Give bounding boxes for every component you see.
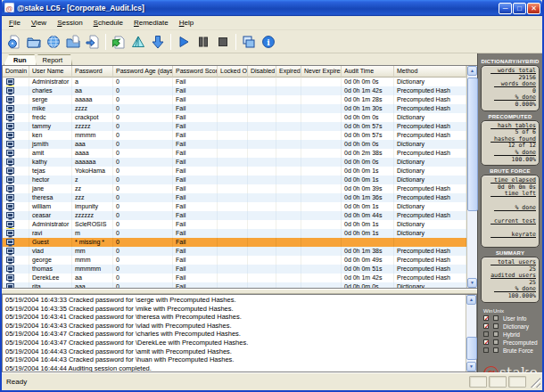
table-row[interactable]: amitaaaa0Fail0d 0h 2m 38sPrecomputed Has… xyxy=(3,149,466,158)
log-scrollbar[interactable]: ▲ ▼ xyxy=(466,295,476,372)
table-row[interactable]: vladmm0Fail0d 0h 1m 38sPrecomputed Hash xyxy=(3,247,466,256)
cell-user-name: mike xyxy=(29,104,72,113)
table-row[interactable]: tammyzzzzz0Fail0d 0h 0m 57sPrecomputed H… xyxy=(3,122,466,131)
session-options-icon[interactable] xyxy=(128,32,148,52)
unix-checkbox-precomputed[interactable] xyxy=(493,339,499,345)
table-row[interactable]: mikezzzz0Fail0d 0h 1m 30sPrecomputed Has… xyxy=(3,104,466,113)
unix-checkbox-hybrid[interactable] xyxy=(493,331,499,337)
menu-view[interactable]: View xyxy=(26,18,52,28)
import-hashes-icon[interactable] xyxy=(148,32,168,52)
new-session-icon[interactable] xyxy=(4,32,24,52)
computer-icon xyxy=(6,87,14,95)
cell-method: Dictionary xyxy=(394,282,466,288)
scroll-thumb[interactable] xyxy=(467,78,478,211)
column-header-domain[interactable]: Domain xyxy=(3,66,29,78)
table-row[interactable]: AdministratorScleROSIS0Fail0d 0h 0m 1sDi… xyxy=(3,220,466,229)
remediate-icon[interactable] xyxy=(239,32,259,52)
log-scroll-thumb[interactable] xyxy=(466,337,477,360)
column-header-audit-time[interactable]: Audit Time xyxy=(342,66,394,78)
table-row[interactable]: georgemmm0Fail0d 0h 0m 49sPrecomputed Ha… xyxy=(3,256,466,265)
svg-text:@: @ xyxy=(6,4,13,12)
cell-method: Dictionary xyxy=(394,158,466,167)
menu-remediate[interactable]: Remediate xyxy=(128,18,174,28)
table-row[interactable]: ritaaaa0Fail0d 0h 0m 0sDictionary xyxy=(3,282,466,288)
menu-file[interactable]: File xyxy=(4,18,26,28)
table-row[interactable]: Guest* missing *0Fail xyxy=(3,238,466,247)
minimize-button[interactable]: ─ xyxy=(499,3,512,14)
table-row[interactable]: kenmmmm0Fail0d 0h 0m 57sPrecomputed Hash xyxy=(3,131,466,140)
app-icon: @ xyxy=(4,0,14,16)
column-header-expired[interactable]: Expired xyxy=(276,66,301,78)
table-row[interactable]: fredccrackpot0Fail0d 0h 0m 0sDictionary xyxy=(3,113,466,122)
stop-audit-icon[interactable] xyxy=(213,32,233,52)
tab-run[interactable]: Run xyxy=(4,54,37,65)
table-row[interactable]: janezz0Fail0d 0h 0m 39sPrecomputed Hash xyxy=(3,184,466,193)
table-row[interactable]: kathyaaaaaa0Fail0d 0h 0m 0sDictionary xyxy=(3,158,466,167)
unix-checkbox-user-info[interactable] xyxy=(493,315,499,321)
table-row[interactable]: ceasarzzzzzz0Fail0d 0h 0m 44sPrecomputed… xyxy=(3,211,466,220)
import-file-icon[interactable] xyxy=(63,32,83,52)
column-header-password-score[interactable]: Password Score xyxy=(173,66,218,78)
cell-disabled xyxy=(248,122,276,131)
scroll-down-icon[interactable]: ▼ xyxy=(467,278,477,288)
import-remote-icon[interactable] xyxy=(44,32,63,52)
column-header-user-name[interactable]: User Name xyxy=(29,66,72,78)
cell-never-expires xyxy=(301,247,342,256)
column-header-password[interactable]: Password xyxy=(72,66,113,78)
scroll-up-icon[interactable]: ▲ xyxy=(467,66,477,76)
scroll-track[interactable] xyxy=(467,76,477,278)
close-button[interactable]: ✕ xyxy=(527,3,540,14)
win-checkbox-dictionary[interactable]: ✓ xyxy=(483,323,489,329)
panel-title-summary: SUMMARY xyxy=(480,250,540,256)
cell-expired xyxy=(276,238,301,247)
table-row[interactable]: hectorz0Fail0d 0h 0m 1sDictionary xyxy=(3,176,466,184)
table-row[interactable]: sergeaaaaa0Fail0d 0h 1m 28sPrecomputed H… xyxy=(3,95,466,104)
unix-checkbox-dictionary[interactable] xyxy=(493,323,499,329)
table-row[interactable]: ravim0Fail0d 0h 0m 1sDictionary xyxy=(3,229,466,238)
resize-grip[interactable] xyxy=(529,376,540,388)
status-bar: Ready xyxy=(2,372,542,390)
win-checkbox-hybrid[interactable] xyxy=(483,331,489,337)
help-icon[interactable]: i xyxy=(259,32,278,52)
column-header-locked-out[interactable]: Locked Out xyxy=(218,66,248,78)
win-checkbox-brute-force[interactable] xyxy=(483,347,489,353)
export-session-icon[interactable] xyxy=(83,32,103,52)
tab-report[interactable]: Report xyxy=(33,54,73,65)
cell-method: Dictionary xyxy=(394,113,466,122)
table-row[interactable]: williamimpunity0Fail0d 0h 0m 1sDictionar… xyxy=(3,202,466,211)
log-scroll-up-icon[interactable]: ▲ xyxy=(466,295,476,305)
report-icon[interactable] xyxy=(109,32,128,52)
log-scroll-down-icon[interactable]: ▼ xyxy=(466,362,476,372)
win-checkbox-precomputed[interactable]: ✓ xyxy=(483,339,489,345)
cell-password-score: Fail xyxy=(173,104,218,113)
main-area: RunReport DomainUser NamePasswordPasswor… xyxy=(2,53,542,372)
column-header-never-expires[interactable]: Never Expires xyxy=(301,66,342,78)
menu-help[interactable]: Help xyxy=(174,18,199,28)
column-label-unix: Unix xyxy=(493,308,503,314)
pause-audit-icon[interactable] xyxy=(194,32,213,52)
cell-never-expires xyxy=(301,202,342,211)
table-row[interactable]: thomasmmmmm0Fail0d 0h 0m 51sPrecomputed … xyxy=(3,265,466,274)
open-session-icon[interactable] xyxy=(24,32,44,52)
column-header-disabled[interactable]: Disabled xyxy=(248,66,276,78)
log-scroll-track[interactable] xyxy=(466,305,476,362)
column-header-password-age-days-[interactable]: Password Age (days) xyxy=(113,66,173,78)
cell-password-age-days-: 0 xyxy=(113,167,173,176)
title-bar[interactable]: @ @stake LC5 - [Corporate_Audit.lcs] ─ □… xyxy=(2,0,542,16)
table-scrollbar[interactable]: ▲ ▼ xyxy=(466,66,477,288)
column-header-method[interactable]: Method xyxy=(394,66,466,78)
menu-schedule[interactable]: Schedule xyxy=(88,18,128,28)
win-checkbox-user-info[interactable]: ✓ xyxy=(483,315,489,321)
table-row[interactable]: DerekLeeaa0Fail0d 0h 1m 42sPrecomputed H… xyxy=(3,274,466,282)
status-pane xyxy=(508,376,526,388)
cell-password-score: Fail xyxy=(173,256,218,265)
maximize-button[interactable]: □ xyxy=(513,3,526,14)
table-row[interactable]: charlesaa0Fail0d 0h 1m 42sPrecomputed Ha… xyxy=(3,86,466,95)
table-row[interactable]: tejasYokoHama0Fail0d 0h 0m 1sDictionary xyxy=(3,167,466,176)
begin-audit-icon[interactable] xyxy=(174,32,194,52)
unix-checkbox-brute-force[interactable] xyxy=(493,347,499,353)
menu-session[interactable]: Session xyxy=(52,18,87,28)
table-row[interactable]: theresazzz0Fail0d 0h 1m 36sPrecomputed H… xyxy=(3,193,466,202)
table-row[interactable]: Administratora0Fail0d 0h 0m 0sDictionary xyxy=(3,78,466,86)
table-row[interactable]: jsmithaaa0Fail0d 0h 0m 0sDictionary xyxy=(3,140,466,149)
